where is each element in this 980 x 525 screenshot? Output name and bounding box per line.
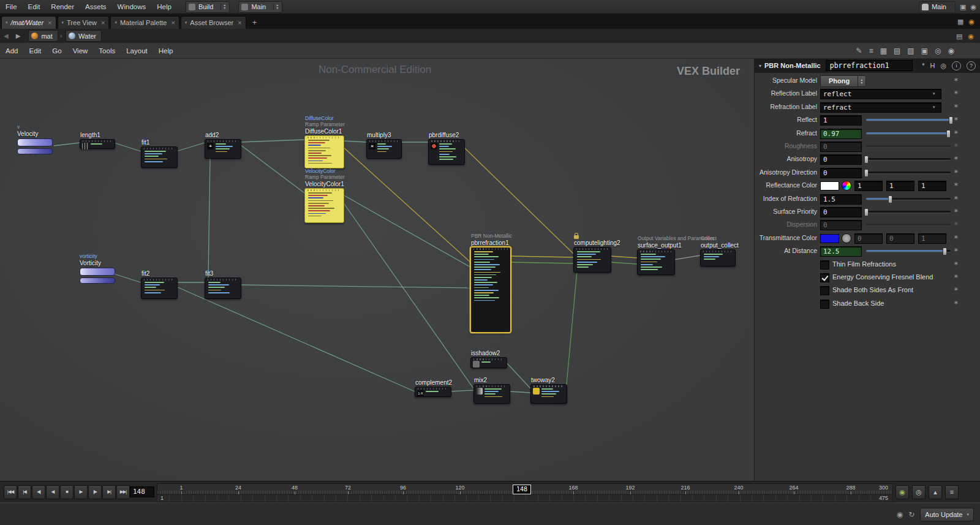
param-field-surface-priority[interactable]: 0: [820, 207, 862, 217]
pin-pane-icon[interactable]: ◉: [968, 31, 974, 41]
prev-keyframe-button[interactable]: |◀: [18, 485, 31, 499]
list-mode-icon[interactable]: ≡: [869, 47, 873, 55]
param-menu-specular-model[interactable]: Phong: [820, 75, 858, 87]
node-vorticity[interactable]: vorticityVorticity: [80, 268, 115, 284]
play-button[interactable]: ▶: [74, 485, 88, 499]
node-pbrdiffuse2[interactable]: pbrdiffuse2: [428, 139, 465, 165]
param-field-transmittance-color-0[interactable]: 0: [854, 233, 883, 244]
menu-help[interactable]: Help: [151, 0, 177, 13]
param-field-reflectance-color-2[interactable]: 1: [918, 181, 946, 191]
param-field-reflection-label[interactable]: reflect: [820, 89, 941, 99]
param-field-anisotropy[interactable]: 0: [820, 154, 862, 165]
param-nub-icon[interactable]: *: [952, 179, 960, 191]
camera-view-icon[interactable]: ◉: [948, 47, 954, 55]
slider-handle[interactable]: [946, 130, 951, 138]
menu-render[interactable]: Render: [45, 0, 80, 13]
param-nub-icon[interactable]: *: [952, 75, 960, 86]
grid-snap-icon[interactable]: ▦: [880, 47, 887, 55]
next-keyframe-button[interactable]: ▶|: [102, 485, 116, 499]
next-frame-button[interactable]: |▶: [88, 485, 102, 499]
desktop-main-selector[interactable]: Main: [919, 1, 956, 13]
param-nub-icon[interactable]: *: [952, 232, 960, 243]
netmenu-view[interactable]: View: [67, 47, 94, 55]
color-swatch-reflectance-color[interactable]: [820, 181, 839, 191]
tab-menu-icon[interactable]: ▾: [185, 20, 187, 25]
stop-button[interactable]: ■: [60, 485, 74, 499]
param-field-refraction-label[interactable]: refract: [820, 102, 941, 113]
go-to-end-button[interactable]: ▶▶|: [116, 485, 130, 499]
tab-menu-icon[interactable]: ▾: [6, 20, 8, 25]
slider-handle[interactable]: [864, 169, 869, 177]
menu-windows[interactable]: Windows: [112, 0, 152, 13]
node-add2[interactable]: add2+: [205, 139, 241, 159]
netmenu-help[interactable]: Help: [153, 47, 179, 55]
playback-range-icon[interactable]: ▴: [929, 485, 942, 499]
param-nub-icon[interactable]: *: [952, 259, 960, 270]
node-velocitycolor1[interactable]: VelocityColorRamp ParameterVelocityColor…: [304, 188, 344, 223]
slider-handle[interactable]: [864, 156, 869, 164]
node-computelighting2[interactable]: computelighting2: [573, 247, 611, 273]
param-field-transmittance-color-2[interactable]: 1: [918, 233, 946, 244]
display-options-icon[interactable]: ▣: [960, 2, 966, 12]
node-output-collect[interactable]: Collectoutput_collect: [700, 249, 736, 266]
desktop-build-selector[interactable]: Build ▴▾: [186, 1, 230, 13]
param-field-reflectance-color-0[interactable]: 1: [854, 181, 883, 191]
param-nub-icon[interactable]: *: [952, 127, 960, 138]
refresh-icon[interactable]: ↻: [908, 510, 914, 519]
param-field-refract[interactable]: 0.97: [820, 129, 862, 139]
realtime-toggle-icon[interactable]: ◎: [912, 485, 925, 499]
param-nub-icon[interactable]: *: [952, 245, 960, 256]
node-fit3[interactable]: fit3: [205, 278, 241, 299]
checkbox-shade-back-side[interactable]: [820, 300, 829, 309]
node-diffusecolor1[interactable]: DiffuseColorRamp ParameterDiffuseColor1: [304, 135, 344, 168]
tab-close-icon[interactable]: ×: [238, 19, 241, 26]
param-slider-refract[interactable]: [866, 130, 951, 137]
customize-tools-icon[interactable]: ✎: [856, 47, 862, 55]
tab-close-icon[interactable]: ×: [48, 19, 51, 26]
netmenu-tools[interactable]: Tools: [93, 47, 121, 55]
tab-close-icon[interactable]: ×: [101, 19, 105, 26]
new-tab-button[interactable]: +: [247, 17, 262, 29]
node-length1[interactable]: length1: [80, 139, 115, 149]
param-nub-icon[interactable]: *: [952, 284, 960, 295]
prev-frame-button[interactable]: ◀|: [32, 485, 45, 499]
color-swatch-transmittance-color[interactable]: [820, 234, 839, 243]
pane-tab-mat-water[interactable]: ▾/mat/Water×: [1, 16, 56, 29]
param-nub-icon[interactable]: *: [952, 219, 960, 230]
param-nub-icon[interactable]: *: [952, 153, 960, 164]
cook-status-icon[interactable]: ◉: [897, 510, 903, 519]
combo-arrow-icon[interactable]: ▾: [933, 105, 935, 110]
param-field-reflectance-color-1[interactable]: 1: [886, 181, 914, 191]
current-frame-field[interactable]: 148: [130, 486, 154, 497]
tab-close-icon[interactable]: ×: [171, 19, 175, 26]
param-slider-reflect[interactable]: [866, 116, 951, 123]
node-surface-output1[interactable]: Output Variables and Parameterssurface_o…: [637, 249, 675, 275]
keyframe-options-icon[interactable]: ◉: [895, 485, 909, 499]
param-slider-roughness[interactable]: [866, 143, 951, 149]
pattern-view-icon[interactable]: ▧: [907, 47, 914, 55]
netmenu-layout[interactable]: Layout: [121, 47, 153, 55]
slider-handle[interactable]: [888, 195, 892, 203]
netmenu-add[interactable]: Add: [0, 47, 23, 55]
param-field-anisotropy-direction[interactable]: 0: [820, 168, 862, 178]
param-nub-icon[interactable]: *: [952, 193, 960, 204]
param-field-transmittance-color-1[interactable]: 0: [886, 233, 914, 244]
floating-pane-icon[interactable]: ◉: [968, 17, 974, 26]
go-to-start-button[interactable]: |◀◀: [4, 485, 17, 499]
play-reverse-button[interactable]: ◀: [46, 485, 59, 499]
slider-handle[interactable]: [864, 208, 869, 216]
tab-menu-icon[interactable]: ▾: [62, 20, 64, 25]
param-slider-surface-priority[interactable]: [866, 208, 951, 215]
spinner-icon[interactable]: ▴▾: [273, 4, 281, 10]
param-field-index-of-refraction[interactable]: 1.5: [820, 194, 862, 205]
forward-button[interactable]: ▶: [12, 32, 24, 39]
node-fit2[interactable]: fit2: [141, 278, 178, 299]
menu-file[interactable]: File: [0, 0, 23, 13]
param-nub-icon[interactable]: *: [952, 114, 960, 125]
node-isshadow2[interactable]: isshadow2: [470, 357, 507, 368]
param-nub-icon[interactable]: *: [952, 88, 960, 99]
thumbnail-view-icon[interactable]: ▤: [894, 47, 900, 55]
param-nub-icon[interactable]: *: [952, 167, 960, 178]
param-nub-icon[interactable]: *: [952, 271, 960, 282]
param-slider-anisotropy-direction[interactable]: [866, 169, 951, 176]
